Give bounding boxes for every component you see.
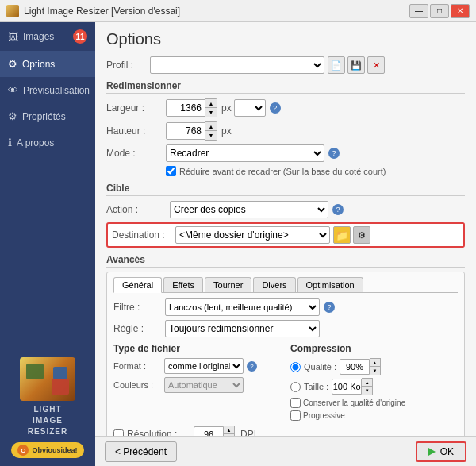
format-row: Format : comme l'original ? [113, 358, 281, 374]
resize-section-label: Redimensionner [106, 80, 465, 94]
profil-buttons: 📄 💾 ✕ [328, 56, 385, 74]
progressive-checkbox-row: Progressive [290, 410, 458, 421]
format-help-icon[interactable]: ? [247, 361, 257, 372]
target-section-label: Cible [106, 183, 465, 196]
sidebar: 🖼 Images 11 ⚙ Options 👁 Prévisualisation… [0, 22, 95, 466]
resolution-input[interactable] [194, 426, 224, 436]
action-help-icon[interactable]: ? [332, 204, 344, 215]
about-icon: ℹ [8, 137, 12, 148]
profil-select[interactable] [150, 56, 324, 74]
format-label: Format : [113, 361, 161, 371]
taille-down-button[interactable]: ▼ [362, 387, 372, 395]
profil-delete-button[interactable]: ✕ [367, 56, 385, 74]
preview-icon: 👁 [8, 84, 18, 96]
sidebar-item-images[interactable]: 🖼 Images 11 [0, 22, 95, 51]
brand-name: LIGHT IMAGE RESIZER [28, 404, 67, 437]
regle-row: Règle : Toujours redimensionner [113, 320, 458, 337]
filtre-select[interactable]: Lanczos (lent, meilleure qualité) [165, 298, 320, 316]
largeur-up-button[interactable]: ▲ [205, 99, 217, 108]
tab-tourner[interactable]: Tourner [205, 277, 251, 292]
images-badge: 11 [73, 29, 87, 44]
destination-row: Destination : <Même dossier d'origine> 📁… [106, 222, 465, 248]
resize-section: Redimensionner Largeur : ▲ ▼ px [106, 80, 465, 176]
couleurs-label: Couleurs : [113, 380, 161, 390]
obviousidea-badge[interactable]: O Obviousidea! [11, 442, 83, 458]
sidebar-item-options[interactable]: ⚙ Options [0, 51, 95, 77]
qualite-input[interactable] [340, 359, 370, 375]
avances-box: Général Effets Tourner Divers Optimisati… [106, 272, 465, 436]
action-select[interactable]: Créer des copies [170, 201, 328, 218]
taille-radio[interactable] [290, 382, 301, 392]
qualite-down-button[interactable]: ▼ [370, 367, 380, 375]
main-content: Options Profil : 📄 💾 ✕ Redimensionner [95, 22, 476, 466]
properties-icon: ⚙ [8, 110, 17, 122]
mode-select[interactable]: Recadrer [166, 144, 324, 162]
bottom-bar: < Précédent OK [95, 436, 476, 466]
sidebar-item-options-label: Options [22, 59, 55, 70]
hauteur-spinner: ▲ ▼ [166, 121, 217, 141]
reduce-checkbox[interactable] [166, 166, 176, 176]
profil-save-button[interactable]: 💾 [347, 56, 365, 74]
hauteur-down-button[interactable]: ▼ [205, 131, 217, 140]
mode-label: Mode : [106, 148, 166, 159]
largeur-unit-select[interactable] [234, 99, 266, 117]
tab-effets[interactable]: Effets [163, 277, 203, 292]
origine-checkbox[interactable] [290, 398, 301, 408]
destination-gear-button[interactable]: ⚙ [353, 226, 370, 244]
sidebar-item-images-label: Images [23, 31, 68, 42]
resolution-up-button[interactable]: ▲ [224, 426, 234, 434]
hauteur-label: Hauteur : [106, 125, 166, 137]
qualite-up-button[interactable]: ▲ [370, 359, 380, 367]
couleurs-select[interactable]: Automatique [164, 377, 244, 393]
largeur-down-button[interactable]: ▼ [205, 108, 217, 117]
profil-row: Profil : 📄 💾 ✕ [106, 56, 465, 74]
couleurs-row: Couleurs : Automatique [113, 377, 281, 393]
maximize-button[interactable]: □ [430, 4, 449, 18]
titlebar-title: Light Image Resizer [Version d'essai] [24, 6, 405, 17]
filtre-label: Filtre : [113, 302, 165, 313]
destination-folder-button[interactable]: 📁 [333, 226, 351, 244]
largeur-row: Largeur : ▲ ▼ px ? [106, 98, 465, 117]
sidebar-item-properties[interactable]: ⚙ Propriétés [0, 103, 95, 129]
progressive-checkbox[interactable] [290, 410, 301, 421]
ok-play-icon [428, 448, 436, 456]
prev-button[interactable]: < Précédent [105, 441, 177, 462]
tab-general[interactable]: Général [113, 277, 162, 293]
obviousidea-icon: O [17, 445, 29, 456]
ok-button[interactable]: OK [416, 441, 466, 462]
progressive-label: Progressive [303, 411, 345, 420]
destination-select[interactable]: <Même dossier d'origine> [175, 226, 330, 244]
profil-new-button[interactable]: 📄 [328, 56, 345, 74]
mode-help-icon[interactable]: ? [328, 148, 340, 159]
largeur-help-icon[interactable]: ? [270, 102, 281, 114]
qualite-label: Qualité : [304, 362, 336, 372]
hauteur-row: Hauteur : ▲ ▼ px [106, 121, 465, 141]
minimize-button[interactable]: — [409, 4, 428, 18]
close-button[interactable]: ✕ [451, 4, 470, 18]
hauteur-up-button[interactable]: ▲ [205, 122, 217, 131]
sidebar-item-about[interactable]: ℹ A propos [0, 129, 95, 156]
largeur-input[interactable] [166, 99, 205, 117]
format-select[interactable]: comme l'original [164, 358, 244, 374]
tab-divers[interactable]: Divers [253, 277, 295, 292]
qualite-radio[interactable] [290, 362, 301, 372]
tab-optimisation[interactable]: Optimisation [298, 277, 363, 292]
ok-label: OK [440, 446, 454, 457]
filtre-help-icon[interactable]: ? [324, 302, 335, 313]
sidebar-item-preview[interactable]: 👁 Prévisualisation [0, 77, 95, 103]
resolution-checkbox[interactable] [113, 429, 124, 437]
resolution-unit: DPI [240, 429, 256, 436]
largeur-unit: px [221, 102, 232, 114]
taille-input[interactable] [332, 379, 362, 395]
regle-select[interactable]: Toujours redimensionner [165, 320, 320, 337]
largeur-label: Largeur : [106, 102, 166, 114]
filtre-row: Filtre : Lanczos (lent, meilleure qualit… [113, 298, 458, 316]
taille-up-button[interactable]: ▲ [362, 379, 372, 387]
largeur-spinner: ▲ ▼ [166, 98, 217, 117]
resolution-label: Résolution : [127, 429, 190, 436]
hauteur-input[interactable] [166, 122, 205, 140]
avances-section: Avancés Général Effets Tourner Divers Op… [106, 254, 465, 436]
profil-label: Profil : [106, 60, 150, 71]
titlebar-buttons: — □ ✕ [409, 4, 470, 18]
sidebar-item-about-label: A propos [17, 137, 54, 148]
